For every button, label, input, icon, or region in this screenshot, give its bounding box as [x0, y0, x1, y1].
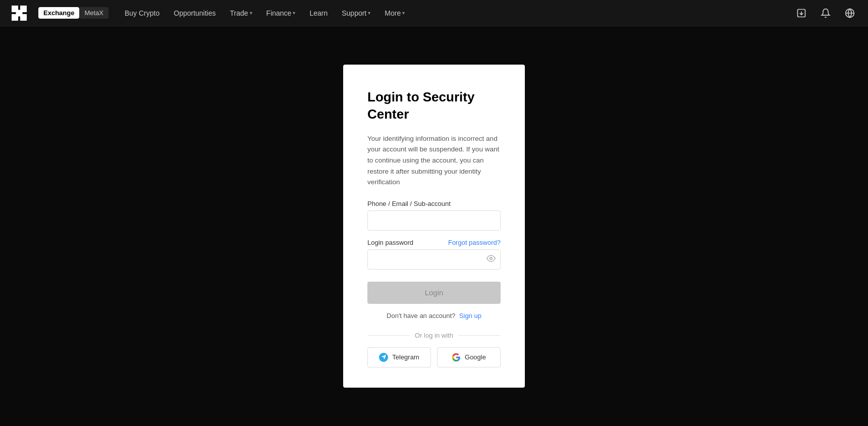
social-buttons: Telegram Google: [367, 347, 501, 367]
nav-buy-crypto[interactable]: Buy Crypto: [119, 6, 166, 20]
okx-svg: [12, 6, 27, 21]
notification-icon[interactable]: [818, 5, 834, 21]
exchange-tab[interactable]: Exchange: [38, 7, 79, 19]
phone-email-input[interactable]: [367, 210, 501, 231]
telegram-label: Telegram: [392, 353, 419, 361]
logo[interactable]: [10, 4, 28, 22]
globe-icon[interactable]: [842, 5, 858, 21]
support-chevron-icon: ▾: [368, 10, 370, 16]
nav-right: [793, 5, 858, 21]
card-description: Your identifying information is incorrec…: [367, 133, 501, 188]
download-icon[interactable]: [793, 5, 809, 21]
divider-row: Or log in with: [367, 332, 501, 339]
main-content: Login to Security Center Your identifyin…: [0, 26, 868, 426]
login-button[interactable]: Login: [367, 282, 501, 304]
svg-point-7: [490, 257, 493, 260]
divider-right: [458, 335, 501, 336]
login-card: Login to Security Center Your identifyin…: [343, 65, 525, 388]
no-account-text: Don't have an account?: [387, 312, 455, 320]
password-group: Login password Forgot password?: [367, 239, 501, 270]
toggle-password-icon[interactable]: [486, 254, 496, 265]
signup-link[interactable]: Sign up: [459, 312, 481, 320]
metax-tab[interactable]: MetaX: [79, 7, 108, 19]
nav-finance[interactable]: Finance ▾: [260, 6, 302, 20]
nav-links: Buy Crypto Opportunities Trade ▾ Finance…: [119, 6, 793, 20]
navbar: Exchange MetaX Buy Crypto Opportunities …: [0, 0, 868, 26]
okx-logo-icon: [10, 4, 28, 22]
or-log-in-text: Or log in with: [415, 332, 453, 339]
signup-row: Don't have an account? Sign up: [367, 312, 501, 320]
svg-rect-3: [12, 14, 18, 21]
more-chevron-icon: ▾: [402, 10, 405, 16]
nav-learn[interactable]: Learn: [303, 6, 334, 20]
nav-opportunities[interactable]: Opportunities: [168, 6, 222, 20]
nav-trade[interactable]: Trade ▾: [224, 6, 258, 20]
forgot-password-link[interactable]: Forgot password?: [448, 239, 501, 246]
card-title: Login to Security Center: [367, 89, 501, 123]
google-icon: [452, 353, 461, 362]
svg-rect-4: [20, 14, 27, 21]
google-button[interactable]: Google: [437, 347, 501, 367]
phone-email-label: Phone / Email / Sub-account: [367, 200, 451, 207]
password-input[interactable]: [367, 249, 501, 270]
telegram-button[interactable]: Telegram: [367, 347, 431, 367]
finance-chevron-icon: ▾: [293, 10, 295, 16]
trade-chevron-icon: ▾: [250, 10, 252, 16]
nav-more[interactable]: More ▾: [378, 6, 411, 20]
phone-email-group: Phone / Email / Sub-account: [367, 200, 501, 231]
divider-left: [367, 335, 410, 336]
telegram-icon: [379, 353, 388, 362]
google-label: Google: [465, 353, 486, 361]
password-label: Login password: [367, 239, 413, 246]
password-input-wrapper: [367, 249, 501, 270]
nav-support[interactable]: Support ▾: [336, 6, 376, 20]
